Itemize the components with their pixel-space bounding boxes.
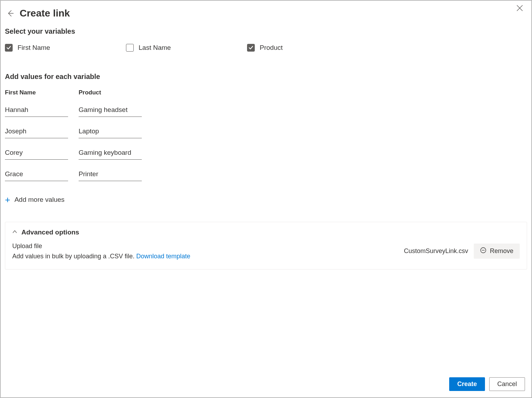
remove-file-button[interactable]: Remove [474,244,520,259]
first-name-input[interactable] [5,149,68,160]
upload-file-text: Upload file Add values in bulk by upload… [12,241,190,261]
variables-checkbox-row: First Name Last Name Product [5,44,527,52]
variable-first-name: First Name [5,44,126,52]
advanced-options-toggle[interactable]: Advanced options [12,228,520,236]
table-header-first-name: First Name [5,89,68,96]
upload-file-label: Upload file [12,241,190,251]
uploaded-file-area: CustomSurveyLink.csv Remove [404,244,520,259]
table-row [5,127,527,138]
page-header: Create link [5,5,527,27]
product-input[interactable] [79,127,142,138]
table-header-product: Product [79,89,142,96]
first-name-input[interactable] [5,127,68,138]
remove-icon [480,247,486,255]
advanced-options-title: Advanced options [21,228,79,236]
variable-last-name: Last Name [126,44,247,52]
remove-label: Remove [490,247,513,255]
section-select-variables: Select your variables [5,27,527,35]
product-input[interactable] [79,106,142,117]
chevron-up-icon [12,229,17,236]
checkbox-label: Last Name [139,44,171,52]
create-button[interactable]: Create [449,377,485,391]
values-table: First Name Product [5,89,527,181]
advanced-body: Upload file Add values in bulk by upload… [12,241,520,261]
table-row [5,149,527,160]
product-input[interactable] [79,149,142,160]
download-template-link[interactable]: Download template [136,253,190,260]
uploaded-filename: CustomSurveyLink.csv [404,247,468,255]
first-name-input[interactable] [5,170,68,181]
cancel-button[interactable]: Cancel [489,377,525,391]
checkbox-first-name[interactable] [5,44,13,52]
add-more-values-button[interactable]: + Add more values [5,195,527,204]
checkbox-product[interactable] [247,44,255,52]
checkbox-last-name[interactable] [126,44,134,52]
advanced-options-panel: Advanced options Upload file Add values … [5,222,527,270]
page-title: Create link [20,8,70,19]
variable-product: Product [247,44,368,52]
checkbox-label: Product [260,44,282,52]
close-icon[interactable] [517,5,525,13]
back-arrow-icon[interactable] [6,9,14,17]
first-name-input[interactable] [5,106,68,117]
table-row [5,170,527,181]
product-input[interactable] [79,170,142,181]
section-add-values: Add values for each variable [5,73,527,81]
table-headers: First Name Product [5,89,527,96]
checkbox-label: First Name [18,44,50,52]
add-more-label: Add more values [14,196,65,204]
table-row [5,106,527,117]
upload-file-description: Add values in bulk by uploading a .CSV f… [12,251,190,261]
plus-icon: + [5,195,10,204]
footer-buttons: Create Cancel [449,377,525,391]
